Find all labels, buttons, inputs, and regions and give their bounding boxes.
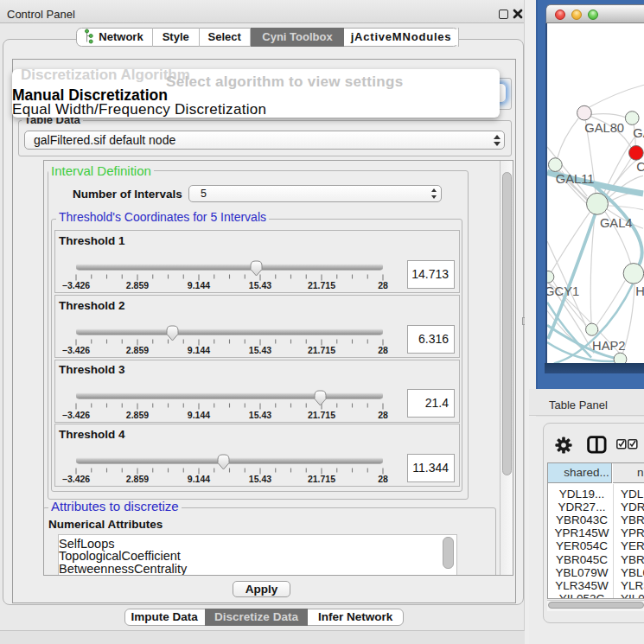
svg-text:C: C [636, 160, 644, 174]
svg-text:HAP2: HAP2 [592, 339, 625, 353]
svg-text:H: H [635, 284, 644, 298]
svg-text:GAL4: GAL4 [600, 216, 633, 230]
svg-text:GAL80: GAL80 [584, 121, 624, 135]
svg-text:GAL11: GAL11 [556, 172, 595, 186]
svg-text:GA: GA [633, 126, 644, 140]
svg-text:GCY1: GCY1 [545, 284, 579, 298]
